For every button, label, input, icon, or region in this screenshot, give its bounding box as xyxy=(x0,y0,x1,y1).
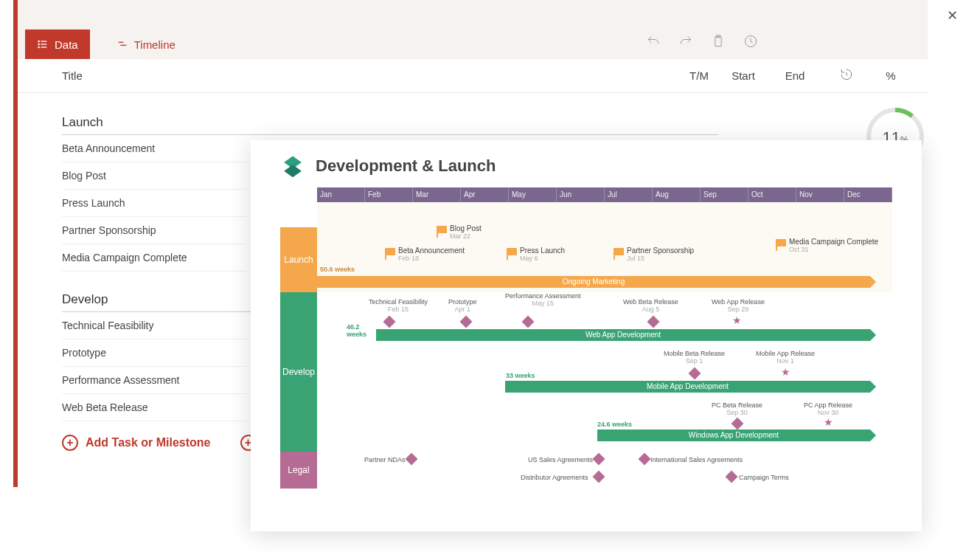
month: Apr xyxy=(461,187,509,202)
flag-partner-sponsorship[interactable]: Partner SponsorshipJul 15 xyxy=(627,246,694,262)
month: Aug xyxy=(653,187,701,202)
ms-pc-release[interactable]: PC App ReleaseNov 30 xyxy=(804,401,852,416)
col-tm: T/M xyxy=(677,69,721,82)
ms-campaign-terms[interactable]: Campaign Terms xyxy=(739,474,789,481)
ms-web-release[interactable]: Web App ReleaseSep 29 xyxy=(712,298,765,313)
launch-duration: 50.6 weeks xyxy=(320,266,355,273)
month: May xyxy=(509,187,557,202)
diamond-icon xyxy=(639,453,651,466)
diamond-icon xyxy=(460,316,473,328)
clipboard-icon[interactable] xyxy=(711,34,726,49)
clock-icon[interactable] xyxy=(743,34,758,49)
task-row[interactable]: Media Campaign Complete xyxy=(62,244,246,272)
month: Jan xyxy=(317,187,365,202)
bar-web-app[interactable]: Web App Development xyxy=(376,329,870,341)
month: Dec xyxy=(844,187,892,202)
swimlane-legal: Legal xyxy=(280,452,317,489)
month: Oct xyxy=(748,187,796,202)
legal-zone: Partner NDAs US Sales Agreements Interna… xyxy=(317,452,892,489)
month: Jul xyxy=(605,187,653,202)
flag-icon xyxy=(385,248,395,255)
timeline-body: Launch Develop Legal Jan Feb Mar Apr May… xyxy=(280,187,892,497)
col-duration xyxy=(824,68,869,83)
ms-mobile-beta[interactable]: Mobile Beta ReleaseSep 1 xyxy=(664,350,725,365)
undo-icon[interactable] xyxy=(646,34,661,49)
ms-intl-sales[interactable]: International Sales Agreements xyxy=(650,456,743,463)
close-button[interactable]: ✕ xyxy=(947,7,958,24)
month: Nov xyxy=(796,187,844,202)
task-row[interactable]: Performance Assessment xyxy=(62,367,246,394)
develop-zone: Technical FeasibilityFeb 15 PrototypeApr… xyxy=(317,292,892,452)
month: Sep xyxy=(701,187,748,202)
ms-perf-assess[interactable]: Performance AssessmentMay 15 xyxy=(505,292,581,307)
swimlane-develop: Develop xyxy=(280,292,317,452)
launch-zone: 50.6 weeks Ongoing Marketing Beta Announ… xyxy=(317,202,892,292)
add-task-label: Add Task or Milestone xyxy=(86,436,211,449)
logo-icon xyxy=(280,153,305,179)
flag-icon xyxy=(507,248,517,255)
ms-pc-beta[interactable]: PC Beta ReleaseSep 30 xyxy=(712,401,762,416)
month: Jun xyxy=(557,187,605,202)
tab-data[interactable]: Data xyxy=(25,30,90,59)
tab-timeline-label: Timeline xyxy=(134,38,176,51)
swimlane-launch: Launch xyxy=(280,227,317,292)
task-row[interactable]: Partner Sponsorship xyxy=(62,217,246,244)
col-title: Title xyxy=(62,69,677,82)
ms-tech-feasibility[interactable]: Technical FeasibilityFeb 15 xyxy=(369,298,428,313)
svg-point-4 xyxy=(38,44,39,44)
flag-beta-announcement[interactable]: Beta AnnouncementFeb 18 xyxy=(398,246,465,262)
tab-data-label: Data xyxy=(55,38,78,51)
plus-icon: + xyxy=(62,435,78,451)
flag-icon xyxy=(776,239,786,246)
col-start: Start xyxy=(721,69,765,82)
task-row[interactable]: Blog Post xyxy=(62,162,246,190)
diamond-icon xyxy=(522,316,535,328)
ms-mobile-release[interactable]: Mobile App ReleaseNov 1 xyxy=(756,350,815,365)
toolbar-right xyxy=(646,34,758,49)
timeline-title: Development & Launch xyxy=(316,156,496,176)
tab-timeline[interactable]: Timeline xyxy=(105,30,187,59)
group-launch[interactable]: Launch xyxy=(62,108,718,135)
tabbar: Data Timeline xyxy=(18,30,928,59)
diamond-icon xyxy=(593,471,605,483)
flag-icon xyxy=(614,248,624,255)
diamond-icon xyxy=(647,316,660,328)
timeline-card: Development & Launch Launch Develop Lega… xyxy=(251,140,922,531)
flag-icon xyxy=(437,226,447,233)
task-row[interactable]: Prototype xyxy=(62,339,246,367)
ms-distributor[interactable]: Distributor Agreements xyxy=(521,474,588,481)
task-row[interactable]: Web Beta Release xyxy=(62,394,246,421)
diamond-icon xyxy=(383,316,396,328)
duration-icon xyxy=(840,68,853,81)
ms-us-sales[interactable]: US Sales Agreements xyxy=(528,456,593,463)
list-icon xyxy=(37,38,49,50)
svg-point-5 xyxy=(38,46,39,47)
col-end: End xyxy=(765,69,824,82)
diamond-icon xyxy=(726,471,738,483)
task-row[interactable]: Press Launch xyxy=(62,190,246,217)
bar-windows-app[interactable]: Windows App Development xyxy=(597,429,870,441)
flag-blog-post[interactable]: Blog PostMar 22 xyxy=(450,224,482,240)
month: Feb xyxy=(365,187,413,202)
month-header: Jan Feb Mar Apr May Jun Jul Aug Sep Oct … xyxy=(317,187,892,202)
timeline-icon xyxy=(117,38,128,50)
diamond-icon xyxy=(406,453,418,466)
ms-prototype[interactable]: PrototypeApr 1 xyxy=(448,298,477,313)
ms-partner-ndas[interactable]: Partner NDAs xyxy=(364,456,406,463)
diamond-icon xyxy=(593,453,605,466)
col-percent: % xyxy=(869,69,913,82)
diamond-icon xyxy=(689,368,701,380)
task-row[interactable]: Beta Announcement xyxy=(62,135,246,162)
svg-point-3 xyxy=(38,41,39,41)
svg-marker-14 xyxy=(284,165,302,177)
flag-press-launch[interactable]: Press LaunchMay 6 xyxy=(520,246,565,262)
column-headers: Title T/M Start End % xyxy=(18,59,928,93)
bar-ongoing-marketing[interactable]: Ongoing Marketing xyxy=(317,276,870,288)
diamond-icon xyxy=(731,418,744,430)
redo-icon[interactable] xyxy=(678,34,693,49)
flag-media-campaign[interactable]: Media Campaign CompleteOct 31 xyxy=(789,238,878,253)
bar-mobile-app[interactable]: Mobile App Development xyxy=(505,381,870,393)
ms-web-beta[interactable]: Web Beta ReleaseAug 5 xyxy=(623,298,678,313)
chart-area: Jan Feb Mar Apr May Jun Jul Aug Sep Oct … xyxy=(317,187,892,497)
task-row[interactable]: Technical Feasibility xyxy=(62,312,246,339)
